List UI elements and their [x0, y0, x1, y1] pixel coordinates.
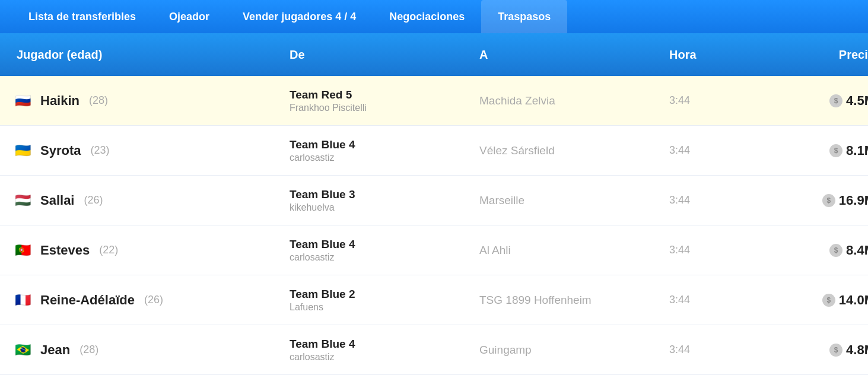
to-cell: Vélez Sársfield — [475, 139, 664, 162]
table-row[interactable]: 🇧🇷 Jean (28) Team Blue 4 carlosastiz Gui… — [0, 325, 868, 375]
nav-item-traspasos[interactable]: Traspasos — [481, 0, 567, 33]
from-team: Team Blue 4 — [290, 238, 470, 251]
price-value: 4.5M — [846, 93, 868, 109]
table-row[interactable]: 🇷🇺 Haikin (28) Team Red 5 Frankhoo Pisci… — [0, 76, 868, 126]
player-age: (28) — [89, 94, 108, 107]
coin-icon: $ — [829, 244, 842, 257]
to-cell: Marseille — [475, 189, 664, 212]
coin-icon: $ — [829, 144, 842, 157]
player-flag: 🇺🇦 — [12, 144, 33, 158]
to-cell: Guingamp — [475, 339, 664, 361]
player-cell: 🇭🇺 Sallai (26) — [12, 188, 285, 213]
coin-icon: $ — [822, 194, 835, 207]
player-age: (22) — [99, 244, 118, 256]
table-row[interactable]: 🇭🇺 Sallai (26) Team Blue 3 kikehuelva Ma… — [0, 176, 868, 225]
from-manager: kikehuelva — [290, 202, 470, 213]
player-flag: 🇵🇹 — [12, 243, 33, 258]
price-value: 14.0M — [839, 293, 868, 308]
nav-item-lista-transferibles[interactable]: Lista de transferibles — [12, 0, 152, 33]
price-cell: $ 8.1M — [783, 138, 868, 163]
table-body: 🇷🇺 Haikin (28) Team Red 5 Frankhoo Pisci… — [0, 76, 868, 375]
player-cell: 🇺🇦 Syrota (23) — [12, 138, 285, 163]
price-cell: $ 4.5M — [783, 88, 868, 113]
time-cell: 3:44 — [664, 139, 783, 161]
coin-icon: $ — [822, 294, 835, 307]
from-team: Team Blue 4 — [290, 138, 470, 151]
player-age: (26) — [84, 194, 103, 206]
player-name: Reine-Adélaïde — [40, 293, 135, 308]
from-manager: carlosastiz — [290, 352, 470, 363]
player-name: Haikin — [40, 93, 80, 109]
player-flag: 🇫🇷 — [12, 293, 33, 307]
from-team: Team Red 5 — [290, 88, 470, 101]
top-nav: Lista de transferibles Ojeador Vender ju… — [0, 0, 868, 33]
col-header-time: Hora — [664, 48, 783, 62]
player-age: (23) — [90, 144, 109, 157]
price-value: 8.1M — [846, 143, 868, 158]
col-header-player: Jugador (edad) — [12, 48, 285, 62]
player-cell: 🇫🇷 Reine-Adélaïde (26) — [12, 288, 285, 313]
price-cell: $ 8.4M — [783, 238, 868, 263]
player-age: (28) — [80, 344, 98, 356]
from-cell: Team Blue 3 kikehuelva — [285, 183, 475, 218]
from-cell: Team Blue 2 Lafuens — [285, 283, 475, 317]
from-cell: Team Blue 4 carlosastiz — [285, 233, 475, 268]
time-cell: 3:44 — [664, 90, 783, 112]
to-cell: Machida Zelvia — [475, 90, 664, 112]
price-cell: $ 14.0M — [783, 288, 868, 313]
col-header-to: A — [475, 48, 664, 62]
player-age: (26) — [144, 294, 163, 306]
from-team: Team Blue 4 — [290, 338, 470, 351]
player-name: Syrota — [40, 143, 81, 158]
player-name: Sallai — [40, 193, 74, 208]
price-value: 4.8M — [846, 342, 868, 358]
from-manager: carlosastiz — [290, 152, 470, 163]
player-cell: 🇷🇺 Haikin (28) — [12, 88, 285, 113]
to-cell: TSG 1899 Hoffenheim — [475, 289, 664, 312]
table-row[interactable]: 🇺🇦 Syrota (23) Team Blue 4 carlosastiz V… — [0, 126, 868, 176]
from-cell: Team Red 5 Frankhoo Piscitelli — [285, 84, 475, 118]
player-cell: 🇵🇹 Esteves (22) — [12, 238, 285, 263]
nav-item-vender-jugadores[interactable]: Vender jugadores 4 / 4 — [226, 0, 373, 33]
from-team: Team Blue 3 — [290, 188, 470, 201]
coin-icon: $ — [829, 344, 842, 357]
table-header: Jugador (edad) De A Hora Precio — [0, 33, 868, 76]
from-cell: Team Blue 4 carlosastiz — [285, 134, 475, 168]
price-value: 16.9M — [839, 193, 868, 208]
table-row[interactable]: 🇫🇷 Reine-Adélaïde (26) Team Blue 2 Lafue… — [0, 275, 868, 325]
time-cell: 3:44 — [664, 289, 783, 311]
player-name: Jean — [40, 342, 70, 358]
col-header-price: Precio — [783, 48, 868, 62]
time-cell: 3:44 — [664, 189, 783, 211]
player-flag: 🇭🇺 — [12, 193, 33, 208]
from-team: Team Blue 2 — [290, 288, 470, 301]
content-area: Jugador (edad) De A Hora Precio 🇷🇺 Haiki… — [0, 33, 868, 375]
time-cell: 3:44 — [664, 339, 783, 361]
player-cell: 🇧🇷 Jean (28) — [12, 338, 285, 363]
from-cell: Team Blue 4 carlosastiz — [285, 333, 475, 367]
time-cell: 3:44 — [664, 239, 783, 261]
from-manager: Frankhoo Piscitelli — [290, 103, 470, 113]
from-manager: Lafuens — [290, 302, 470, 313]
price-value: 8.4M — [846, 243, 868, 258]
player-flag: 🇷🇺 — [12, 94, 33, 108]
to-cell: Al Ahli — [475, 239, 664, 262]
price-cell: $ 4.8M — [783, 338, 868, 363]
nav-item-negociaciones[interactable]: Negociaciones — [373, 0, 481, 33]
table-row[interactable]: 🇵🇹 Esteves (22) Team Blue 4 carlosastiz … — [0, 225, 868, 275]
from-manager: carlosastiz — [290, 252, 470, 263]
app-container: Lista de transferibles Ojeador Vender ju… — [0, 0, 868, 375]
player-flag: 🇧🇷 — [12, 343, 33, 357]
coin-icon: $ — [829, 94, 842, 107]
col-header-from: De — [285, 48, 475, 62]
player-name: Esteves — [40, 243, 90, 258]
price-cell: $ 16.9M — [783, 188, 868, 213]
nav-item-ojeador[interactable]: Ojeador — [152, 0, 226, 33]
